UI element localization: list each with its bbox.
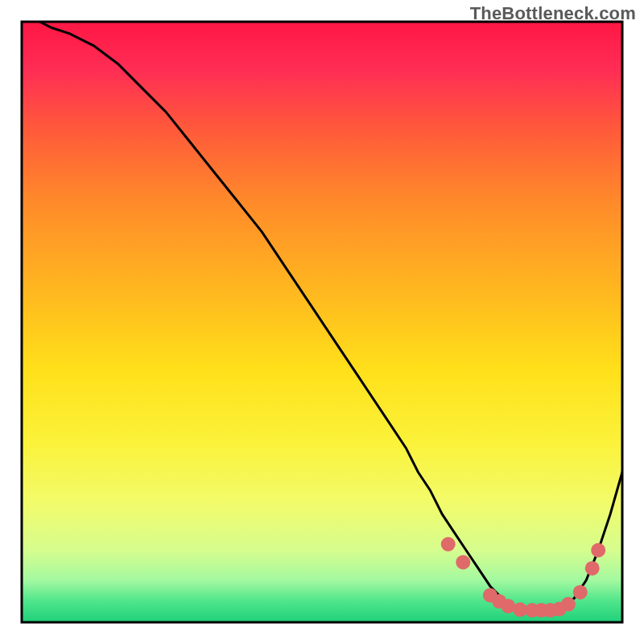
marker-dot — [591, 543, 605, 558]
marker-dot — [573, 585, 588, 600]
bottleneck-chart — [0, 0, 644, 644]
marker-dot — [441, 537, 456, 551]
attribution-label: TheBottleneck.com — [470, 3, 636, 24]
marker-dot — [561, 597, 576, 612]
marker-dot — [456, 555, 470, 569]
chart-container: TheBottleneck.com — [0, 0, 644, 644]
marker-dot — [585, 561, 600, 576]
